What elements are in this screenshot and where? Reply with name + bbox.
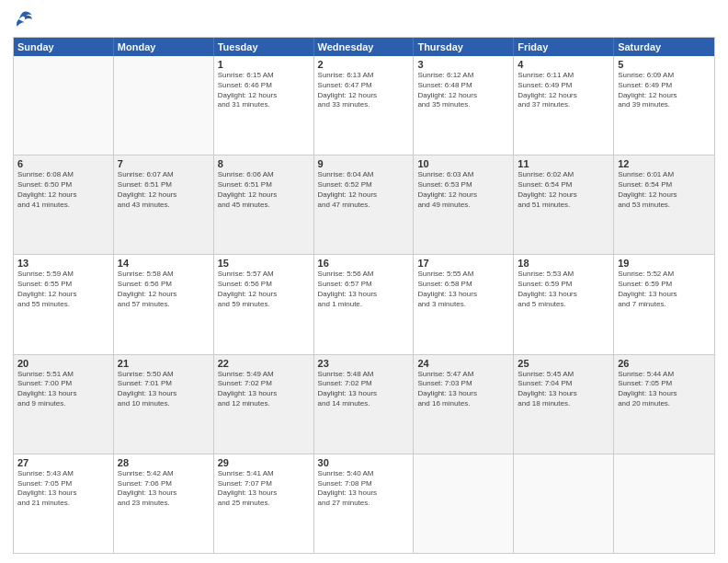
- day-number: 26: [618, 358, 711, 369]
- day-cell-8: 8Sunrise: 6:06 AMSunset: 6:51 PMDaylight…: [214, 155, 314, 254]
- day-cell-30: 30Sunrise: 5:40 AMSunset: 7:08 PMDayligh…: [314, 454, 415, 553]
- cell-line: Sunset: 6:59 PM: [618, 280, 711, 290]
- cell-line: Daylight: 13 hours: [618, 389, 711, 399]
- cell-line: Sunset: 6:53 PM: [417, 180, 509, 190]
- cell-line: Sunrise: 5:47 AM: [417, 370, 509, 380]
- cell-line: Sunset: 7:05 PM: [17, 479, 109, 489]
- cell-line: Daylight: 12 hours: [518, 190, 609, 201]
- cell-line: Sunrise: 6:08 AM: [17, 170, 109, 180]
- day-cell-29: 29Sunrise: 5:41 AMSunset: 7:07 PMDayligh…: [214, 454, 314, 553]
- day-cell-28: 28Sunrise: 5:42 AMSunset: 7:06 PMDayligh…: [114, 454, 214, 553]
- day-cell-26: 26Sunrise: 5:44 AMSunset: 7:05 PMDayligh…: [614, 355, 714, 454]
- cell-line: Sunset: 6:57 PM: [318, 280, 410, 290]
- cell-line: and 25 minutes.: [218, 499, 310, 509]
- calendar-row-5: 27Sunrise: 5:43 AMSunset: 7:05 PMDayligh…: [14, 454, 714, 553]
- calendar-row-1: 1Sunrise: 6:15 AMSunset: 6:46 PMDaylight…: [14, 56, 714, 155]
- header-day-monday: Monday: [114, 38, 214, 56]
- day-cell-23: 23Sunrise: 5:48 AMSunset: 7:02 PMDayligh…: [314, 355, 415, 454]
- day-number: 10: [417, 158, 509, 169]
- cell-line: Sunrise: 5:53 AM: [518, 270, 609, 280]
- cell-line: Daylight: 13 hours: [218, 389, 310, 399]
- cell-line: and 45 minutes.: [218, 201, 310, 211]
- cell-line: and 10 minutes.: [118, 399, 210, 409]
- cell-line: Sunset: 6:56 PM: [218, 280, 310, 290]
- day-cell-16: 16Sunrise: 5:56 AMSunset: 6:57 PMDayligh…: [314, 255, 415, 353]
- cell-line: Daylight: 12 hours: [118, 190, 210, 201]
- day-number: 7: [118, 158, 210, 169]
- day-number: 18: [518, 258, 609, 269]
- cell-line: Sunset: 6:56 PM: [118, 280, 210, 290]
- cell-line: Sunrise: 6:09 AM: [618, 71, 711, 81]
- cell-line: Sunrise: 5:55 AM: [417, 270, 509, 280]
- day-number: 3: [417, 59, 509, 70]
- cell-line: Sunrise: 5:45 AM: [518, 370, 609, 380]
- cell-line: Sunrise: 6:12 AM: [417, 71, 509, 81]
- day-number: 15: [218, 258, 310, 269]
- day-cell-12: 12Sunrise: 6:01 AMSunset: 6:54 PMDayligh…: [614, 155, 714, 254]
- cell-line: Sunrise: 6:11 AM: [518, 71, 609, 81]
- day-cell-6: 6Sunrise: 6:08 AMSunset: 6:50 PMDaylight…: [14, 155, 114, 254]
- cell-line: Daylight: 13 hours: [417, 389, 509, 399]
- day-cell-18: 18Sunrise: 5:53 AMSunset: 6:59 PMDayligh…: [514, 255, 614, 353]
- cell-line: Sunset: 7:00 PM: [17, 379, 109, 389]
- cell-line: Daylight: 12 hours: [618, 190, 711, 201]
- cell-line: Daylight: 12 hours: [218, 290, 310, 300]
- cell-line: Sunset: 6:46 PM: [218, 81, 310, 91]
- cell-line: Sunrise: 5:52 AM: [618, 270, 711, 280]
- empty-cell: [514, 454, 614, 553]
- cell-line: Sunrise: 6:06 AM: [218, 170, 310, 180]
- day-number: 24: [417, 358, 509, 369]
- cell-line: Daylight: 12 hours: [417, 190, 509, 201]
- page: SundayMondayTuesdayWednesdayThursdayFrid…: [0, 0, 728, 563]
- day-number: 6: [17, 158, 109, 169]
- day-number: 1: [218, 59, 310, 70]
- cell-line: Sunset: 6:55 PM: [17, 280, 109, 290]
- day-cell-4: 4Sunrise: 6:11 AMSunset: 6:49 PMDaylight…: [514, 56, 614, 155]
- cell-line: Sunset: 6:59 PM: [518, 280, 609, 290]
- cell-line: Sunset: 7:02 PM: [218, 379, 310, 389]
- cell-line: Sunset: 7:04 PM: [518, 379, 609, 389]
- day-number: 21: [118, 358, 210, 369]
- day-cell-24: 24Sunrise: 5:47 AMSunset: 7:03 PMDayligh…: [414, 355, 514, 454]
- cell-line: Sunrise: 5:44 AM: [618, 370, 711, 380]
- calendar-row-4: 20Sunrise: 5:51 AMSunset: 7:00 PMDayligh…: [14, 355, 714, 454]
- cell-line: Daylight: 12 hours: [618, 91, 711, 101]
- cell-line: and 37 minutes.: [518, 100, 609, 110]
- calendar-body: 1Sunrise: 6:15 AMSunset: 6:46 PMDaylight…: [14, 56, 714, 553]
- day-number: 13: [17, 258, 109, 269]
- day-cell-20: 20Sunrise: 5:51 AMSunset: 7:00 PMDayligh…: [14, 355, 114, 454]
- cell-line: and 43 minutes.: [118, 201, 210, 211]
- cell-line: and 41 minutes.: [17, 201, 109, 211]
- cell-line: Sunset: 7:02 PM: [318, 379, 410, 389]
- cell-line: and 49 minutes.: [417, 201, 509, 211]
- day-number: 27: [17, 457, 109, 468]
- cell-line: Sunrise: 5:59 AM: [17, 270, 109, 280]
- cell-line: Daylight: 12 hours: [218, 91, 310, 101]
- day-cell-14: 14Sunrise: 5:58 AMSunset: 6:56 PMDayligh…: [114, 255, 214, 353]
- cell-line: Sunrise: 5:51 AM: [17, 370, 109, 380]
- day-cell-2: 2Sunrise: 6:13 AMSunset: 6:47 PMDaylight…: [314, 56, 415, 155]
- cell-line: Sunset: 6:58 PM: [417, 280, 509, 290]
- header-day-tuesday: Tuesday: [214, 38, 314, 56]
- calendar-row-2: 6Sunrise: 6:08 AMSunset: 6:50 PMDaylight…: [14, 155, 714, 255]
- cell-line: Sunset: 6:50 PM: [17, 180, 109, 190]
- day-cell-5: 5Sunrise: 6:09 AMSunset: 6:49 PMDaylight…: [614, 56, 714, 155]
- cell-line: Daylight: 12 hours: [118, 290, 210, 300]
- day-cell-11: 11Sunrise: 6:02 AMSunset: 6:54 PMDayligh…: [514, 155, 614, 254]
- empty-cell: [114, 56, 214, 155]
- day-cell-1: 1Sunrise: 6:15 AMSunset: 6:46 PMDaylight…: [214, 56, 314, 155]
- empty-cell: [614, 454, 714, 553]
- cell-line: Sunset: 7:06 PM: [118, 479, 210, 489]
- cell-line: Sunrise: 6:02 AM: [518, 170, 609, 180]
- cell-line: Sunrise: 6:01 AM: [618, 170, 711, 180]
- day-number: 14: [118, 258, 210, 269]
- cell-line: and 23 minutes.: [118, 499, 210, 509]
- cell-line: Sunrise: 6:13 AM: [318, 71, 410, 81]
- cell-line: Daylight: 12 hours: [318, 190, 410, 201]
- cell-line: Daylight: 12 hours: [17, 290, 109, 300]
- cell-line: Daylight: 13 hours: [618, 290, 711, 300]
- day-number: 11: [518, 158, 609, 169]
- cell-line: Sunrise: 6:15 AM: [218, 71, 310, 81]
- cell-line: and 55 minutes.: [17, 300, 109, 310]
- cell-line: Sunset: 6:49 PM: [618, 81, 711, 91]
